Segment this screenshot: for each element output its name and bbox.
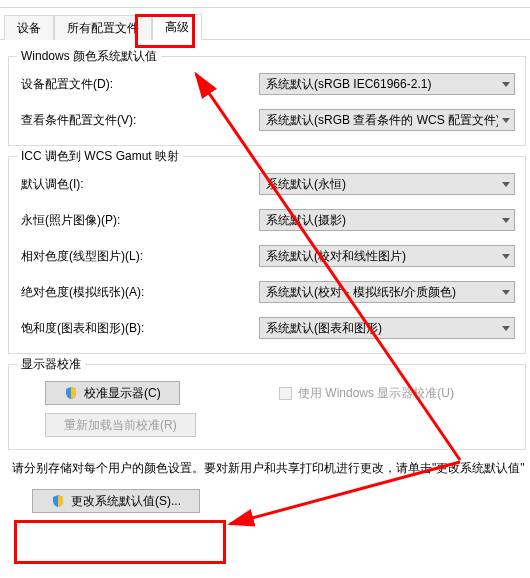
chevron-down-icon xyxy=(502,182,510,187)
advanced-panel: Windows 颜色系统默认值 设备配置文件(D): 系统默认(sRGB IEC… xyxy=(0,40,530,517)
group-display-calibration-title: 显示器校准 xyxy=(17,356,85,373)
tab-all-profiles[interactable]: 所有配置文件 xyxy=(54,15,152,40)
tab-devices[interactable]: 设备 xyxy=(4,15,54,40)
window-title-strip: 颜色管理 xyxy=(0,0,530,8)
device-profile-label: 设备配置文件(D): xyxy=(19,76,259,93)
uac-shield-icon xyxy=(51,494,65,508)
calibrate-display-button[interactable]: 校准显示器(C) xyxy=(45,381,180,405)
tab-bar: 设备 所有配置文件 高级 xyxy=(0,16,530,40)
calibrate-display-label: 校准显示器(C) xyxy=(84,385,161,402)
perceptual-value: 系统默认(摄影) xyxy=(266,212,346,229)
tab-advanced[interactable]: 高级 xyxy=(152,14,202,40)
saturation-combo[interactable]: 系统默认(图表和图形) xyxy=(259,317,515,339)
change-system-defaults-button[interactable]: 更改系统默认值(S)... xyxy=(32,489,200,513)
perceptual-label: 永恒(照片图像)(P): xyxy=(19,212,259,229)
uac-shield-icon xyxy=(64,386,78,400)
absolute-label: 绝对色度(模拟纸张)(A): xyxy=(19,284,259,301)
saturation-label: 饱和度(图表和图形)(B): xyxy=(19,320,259,337)
reload-calibration-label: 重新加载当前校准(R) xyxy=(64,417,177,434)
use-windows-calibration-checkbox: 使用 Windows 显示器校准(U) xyxy=(279,385,454,402)
group-windows-defaults: Windows 颜色系统默认值 设备配置文件(D): 系统默认(sRGB IEC… xyxy=(8,56,526,146)
annotation-box-button xyxy=(14,520,226,564)
device-profile-combo[interactable]: 系统默认(sRGB IEC61966-2.1) xyxy=(259,73,515,95)
chevron-down-icon xyxy=(502,254,510,259)
default-intent-value: 系统默认(永恒) xyxy=(266,176,346,193)
checkbox-icon xyxy=(279,387,292,400)
chevron-down-icon xyxy=(502,326,510,331)
viewing-profile-label: 查看条件配置文件(V): xyxy=(19,112,259,129)
absolute-combo[interactable]: 系统默认(校对 - 模拟纸张/介质颜色) xyxy=(259,281,515,303)
group-icc-gamut-title: ICC 调色到 WCS Gamut 映射 xyxy=(17,148,183,165)
perceptual-combo[interactable]: 系统默认(摄影) xyxy=(259,209,515,231)
chevron-down-icon xyxy=(502,118,510,123)
use-windows-calibration-label: 使用 Windows 显示器校准(U) xyxy=(298,385,454,402)
chevron-down-icon xyxy=(502,290,510,295)
viewing-profile-combo[interactable]: 系统默认(sRGB 查看条件的 WCS 配置文件) xyxy=(259,109,515,131)
note-text: 请分别存储对每个用户的颜色设置。要对新用户和共享打印机进行更改，请单击"更改系统… xyxy=(12,460,526,477)
absolute-value: 系统默认(校对 - 模拟纸张/介质颜色) xyxy=(266,284,456,301)
chevron-down-icon xyxy=(502,82,510,87)
change-system-defaults-label: 更改系统默认值(S)... xyxy=(71,493,181,510)
group-windows-defaults-title: Windows 颜色系统默认值 xyxy=(17,48,161,65)
group-display-calibration: 显示器校准 校准显示器(C) 使用 Windows 显示器校准(U) 重新加载当… xyxy=(8,364,526,450)
chevron-down-icon xyxy=(502,218,510,223)
viewing-profile-value: 系统默认(sRGB 查看条件的 WCS 配置文件) xyxy=(266,112,498,129)
saturation-value: 系统默认(图表和图形) xyxy=(266,320,382,337)
relative-value: 系统默认(校对和线性图片) xyxy=(266,248,406,265)
relative-label: 相对色度(线型图片)(L): xyxy=(19,248,259,265)
reload-calibration-button: 重新加载当前校准(R) xyxy=(45,413,196,437)
default-intent-combo[interactable]: 系统默认(永恒) xyxy=(259,173,515,195)
group-icc-gamut: ICC 调色到 WCS Gamut 映射 默认调色(I): 系统默认(永恒) 永… xyxy=(8,156,526,354)
relative-combo[interactable]: 系统默认(校对和线性图片) xyxy=(259,245,515,267)
default-intent-label: 默认调色(I): xyxy=(19,176,259,193)
device-profile-value: 系统默认(sRGB IEC61966-2.1) xyxy=(266,76,431,93)
